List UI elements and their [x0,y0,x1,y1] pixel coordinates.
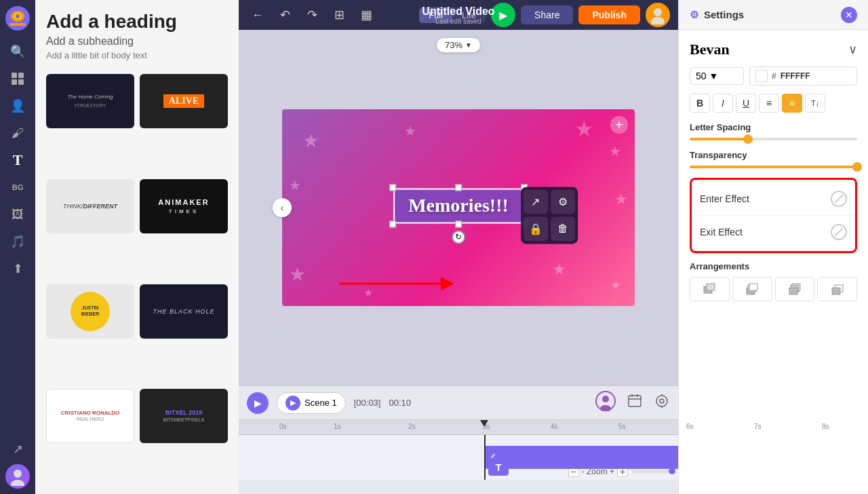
transparency-slider[interactable] [690,166,857,168]
user-avatar-header[interactable] [646,3,670,27]
arr-backward-button[interactable] [775,277,815,301]
arr-forward-button[interactable] [732,277,772,301]
italic-button[interactable]: I [713,94,733,113]
images-icon[interactable]: 🖼 [5,202,30,227]
text-icon[interactable]: T [5,148,30,172]
ctx-share-button[interactable]: ↗ [524,189,548,214]
app-logo[interactable] [5,5,31,31]
align-left-button[interactable]: ≡ [759,94,779,113]
template-card-5[interactable]: JUSTINBIEBER [46,284,134,339]
arr-back-button[interactable] [817,277,857,301]
templates-body-text: Add a little bit of body text [35,50,239,69]
align-center-button[interactable]: ≡ [782,94,802,113]
add-element-button[interactable]: + [610,116,628,134]
svg-point-12 [651,17,665,24]
scene-play-icon: ▶ [285,396,300,411]
calendar-icon[interactable] [627,393,643,413]
target-icon[interactable] [654,393,670,413]
template-card-1[interactable]: The Home Coming #TRUESTORY [46,74,134,128]
font-size-value: 50 [696,71,707,81]
timeline-track-bar[interactable]: ❮ ❯ [484,446,678,469]
ctx-delete-button[interactable]: 🗑 [551,216,575,241]
ctx-settings-button[interactable]: ⚙ [551,189,575,214]
template-card-6[interactable]: THE BLACK HOLE [140,284,228,339]
zoom-slider-track[interactable] [632,470,673,473]
exit-effect-item[interactable]: Exit Effect [694,216,852,248]
avatar-timeline-icon[interactable] [595,391,616,415]
letter-spacing-slider[interactable] [690,138,857,140]
props-icon[interactable]: 🖌 [5,121,30,145]
rotate-handle[interactable]: ↻ [452,230,465,244]
letter-spacing-label: Letter Spacing [690,122,857,132]
scene-selector[interactable]: ▶ Scene 1 [277,392,346,414]
arr-front-button[interactable] [690,277,730,301]
text-style-button[interactable]: T↓ [805,94,825,113]
grid-view-button[interactable]: ⊞ [328,4,350,26]
share-toolbar-icon[interactable]: ↗ [5,437,30,461]
share-button[interactable]: Share [521,5,573,24]
search-toolbar-icon[interactable]: 🔍 [5,39,30,64]
zoom-dropdown-icon[interactable]: ▼ [465,41,472,49]
color-picker[interactable]: # FFFFFF [749,66,857,86]
underline-button[interactable]: U [736,94,756,113]
undo-button[interactable]: ↶ [274,4,296,26]
upload-icon[interactable]: ⬆ [5,256,30,281]
timeline-controls: ▶ ▶ Scene 1 [00:03] 00:10 [239,386,678,420]
ruler-7s: 7s [754,423,762,430]
ruler-5s: 5s [618,423,626,430]
time-current: [00:03] [354,398,381,408]
format-buttons: B I U ≡ ≡ T↓ [690,94,857,113]
ctx-lock-button[interactable]: 🔒 [524,216,548,241]
font-dropdown-icon[interactable]: ∨ [848,42,857,57]
ruler-1s: 1s [334,423,341,430]
star-decoration-1: ★ [302,130,319,152]
video-canvas[interactable]: ★ ★ ★ ★ ★ ★ ★ ★ ★ ★ + Memories!!! [282,109,635,306]
video-title[interactable]: Untitled Video [422,5,494,18]
font-size-select[interactable]: 50 ▼ [690,67,744,85]
timeline-t-icon[interactable]: T [488,458,509,476]
bold-button[interactable]: B [690,94,710,113]
characters-icon[interactable]: 👤 [5,94,30,118]
letter-spacing-track[interactable] [690,138,857,140]
templates-panel: Add a heading Add a subheading Add a lit… [35,0,239,494]
publish-button[interactable]: Publish [578,5,640,24]
exit-effect-icon[interactable] [831,224,847,240]
star-decoration-2: ★ [404,123,416,139]
arrangements-label: Arrangements [690,261,857,271]
svg-rect-8 [18,79,24,85]
back-button[interactable]: ← [247,4,269,26]
template-card-8[interactable]: BITXEL 2019BITSMEETPIXELS [140,389,228,443]
user-avatar-bottom[interactable] [5,464,30,489]
template-card-2[interactable]: ALIVE [140,74,228,128]
panel-close-button[interactable]: ✕ [841,7,857,23]
filmstrip-button[interactable]: ▦ [355,4,377,26]
collapse-panel-button[interactable]: ‹ [273,198,292,217]
canvas-text-element[interactable]: Memories!!! ↻ [393,188,524,223]
canvas-area[interactable]: 73% ▼ ‹ ★ ★ ★ ★ ★ ★ ★ ★ ★ ★ + [239,30,678,385]
main-area: ← ↶ ↷ ⊞ ▦ Untitled Video Last edit saved… [239,0,678,494]
letter-spacing-thumb[interactable] [743,134,753,144]
templates-icon[interactable] [5,66,30,91]
font-name-display: Bevan [690,41,730,58]
template-card-3[interactable]: THINK/DIFFERENT [46,179,134,233]
right-panel: ⚙ Settings ✕ Bevan ∨ 50 ▼ # FFFFFF B [678,0,868,494]
transparency-thumb[interactable] [852,162,862,172]
svg-point-22 [656,396,667,406]
close-icon: ✕ [845,10,853,20]
enter-effect-item[interactable]: Enter Effect [694,183,852,216]
zoom-control[interactable]: 73% ▼ [437,38,480,52]
bg-icon[interactable]: BG [5,175,30,200]
enter-effect-icon[interactable] [831,191,847,207]
template-card-4[interactable]: ANIMAKERTIMES [140,179,228,233]
redo-button[interactable]: ↷ [301,4,323,26]
timeline-area: ▶ ▶ Scene 1 [00:03] 00:10 [239,385,678,494]
top-bar: ← ↶ ↷ ⊞ ▦ Untitled Video Last edit saved… [239,0,678,30]
music-icon[interactable]: 🎵 [5,229,30,254]
transparency-track[interactable] [690,166,857,168]
text-box[interactable]: Memories!!! [393,188,524,223]
svg-rect-35 [832,288,840,294]
timeline-play-button[interactable]: ▶ [247,392,269,414]
star-decoration-8: ★ [610,278,621,292]
template-card-7[interactable]: CRISTIANO RONALDOREAL HERO [46,389,134,443]
star-decoration-3: ★ [574,116,594,142]
